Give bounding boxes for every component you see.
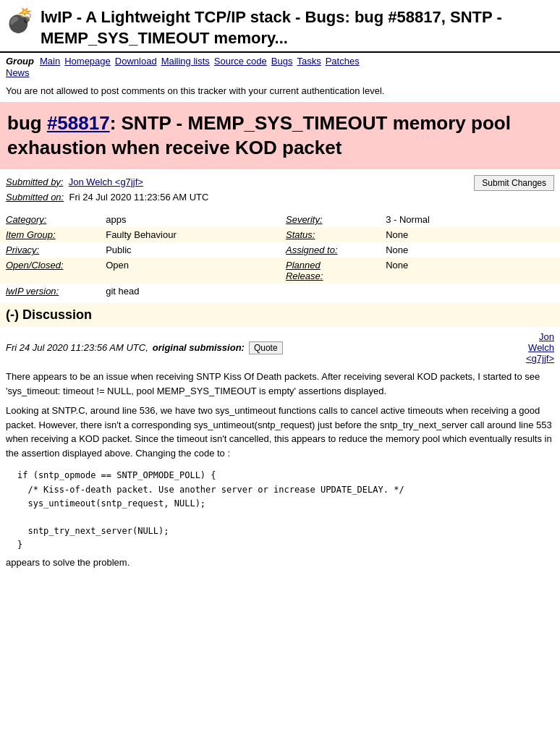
nav-link-tasks[interactable]: Tasks	[297, 56, 321, 67]
nav-link-bugs[interactable]: Bugs	[271, 56, 293, 67]
field-label-openclosed: Open/Closed:	[0, 258, 100, 284]
field-label-lwipversion: lwIP version:	[0, 284, 100, 299]
field-label-itemgroup: Item Group:	[0, 227, 100, 242]
field-value-assignedto: None	[380, 242, 560, 258]
table-row: lwIP version: git head	[0, 284, 560, 299]
details-table: Category: apps Severity: 3 - Normal Item…	[0, 212, 560, 299]
post-header: Fri 24 Jul 2020 11:23:56 AM UTC, origina…	[0, 327, 560, 367]
page-title: lwIP - A Lightweight TCP/IP stack - Bugs…	[41, 7, 554, 48]
nav-group-label: Group	[6, 56, 34, 67]
field-value-itemgroup: Faulty Behaviour	[100, 227, 280, 242]
submitted-info: Submitted by: Jon Welch <g7jjf> Submitte…	[6, 175, 208, 205]
post-code-block: if (sntp_opmode == SNTP_OPMODE_POLL) { /…	[6, 466, 554, 555]
field-label-assignedto: Assigned to:	[280, 242, 380, 258]
field-label-plannedrelease: PlannedRelease:	[280, 258, 380, 284]
post-author-link[interactable]: Jon Welch <g7jjf>	[526, 331, 554, 364]
table-row: Item Group: Faulty Behaviour Status: Non…	[0, 227, 560, 242]
page-header: 💣 lwIP - A Lightweight TCP/IP stack - Bu…	[0, 0, 560, 53]
nav-link-mailing[interactable]: Mailing lists	[161, 56, 210, 67]
field-value-openclosed: Open	[100, 258, 280, 284]
field-value-plannedrelease: None	[380, 258, 560, 284]
nav-second-row: News	[0, 67, 560, 80]
table-row: Open/Closed: Open PlannedRelease: None	[0, 258, 560, 284]
bug-title-prefix: bug	[7, 112, 47, 134]
submitted-on-value: Fri 24 Jul 2020 11:23:56 AM UTC	[69, 192, 208, 203]
field-value-severity: 3 - Normal	[380, 212, 560, 227]
submitted-by-link[interactable]: Jon Welch <g7jjf>	[69, 176, 143, 187]
submit-changes-button[interactable]: Submit Changes	[474, 175, 554, 191]
nav-link-news[interactable]: News	[6, 67, 30, 78]
field-value-category: apps	[100, 212, 280, 227]
field-value-lwipversion: git head	[100, 284, 560, 299]
nav-links: Main Homepage Download Mailing lists Sou…	[40, 56, 362, 67]
submitted-by-label: Submitted by:	[6, 176, 64, 187]
nav-bar: Group Main Homepage Download Mailing lis…	[0, 53, 560, 67]
field-label-privacy: Privacy:	[0, 242, 100, 258]
bug-title-box: bug #58817: SNTP - MEMP_SYS_TIMEOUT memo…	[0, 103, 560, 169]
post-conclusion: appears to solve the problem.	[6, 556, 554, 570]
page-wrapper: 💣 lwIP - A Lightweight TCP/IP stack - Bu…	[0, 0, 560, 581]
quote-button[interactable]: Quote	[249, 341, 283, 354]
discussion-header: (-) Discussion	[6, 307, 92, 322]
submitted-section: Submitted by: Jon Welch <g7jjf> Submitte…	[0, 169, 560, 208]
field-label-status: Status:	[280, 227, 380, 242]
table-row: Privacy: Public Assigned to: None	[0, 242, 560, 258]
submitted-on-label: Submitted on:	[6, 192, 64, 203]
field-label-category: Category:	[0, 212, 100, 227]
nav-link-source[interactable]: Source code	[214, 56, 267, 67]
bomb-icon: 💣	[6, 9, 35, 32]
nav-link-download[interactable]: Download	[115, 56, 157, 67]
post-author: Jon Welch <g7jjf>	[526, 331, 554, 364]
field-label-severity: Severity:	[280, 212, 380, 227]
nav-link-main[interactable]: Main	[40, 56, 60, 67]
nav-link-patches[interactable]: Patches	[326, 56, 360, 67]
post-body: There appears to be an issue when receiv…	[0, 367, 560, 581]
field-value-status: None	[380, 227, 560, 242]
discussion-section: (-) Discussion	[0, 303, 560, 327]
auth-notice: You are not allowed to post comments on …	[0, 80, 560, 103]
bug-id-link[interactable]: #58817	[47, 112, 110, 134]
post-paragraph-2: Looking at SNTP.C, around line 536, we h…	[6, 404, 554, 460]
table-row: Category: apps Severity: 3 - Normal	[0, 212, 560, 227]
post-paragraph-1: There appears to be an issue when receiv…	[6, 370, 554, 398]
discussion-content: Fri 24 Jul 2020 11:23:56 AM UTC, origina…	[0, 327, 560, 581]
bug-title: bug #58817: SNTP - MEMP_SYS_TIMEOUT memo…	[7, 111, 553, 161]
field-value-privacy: Public	[100, 242, 280, 258]
post-orig-label: original submission:	[153, 342, 245, 353]
post-date: Fri 24 Jul 2020 11:23:56 AM UTC,	[6, 342, 148, 353]
nav-link-homepage[interactable]: Homepage	[64, 56, 111, 67]
